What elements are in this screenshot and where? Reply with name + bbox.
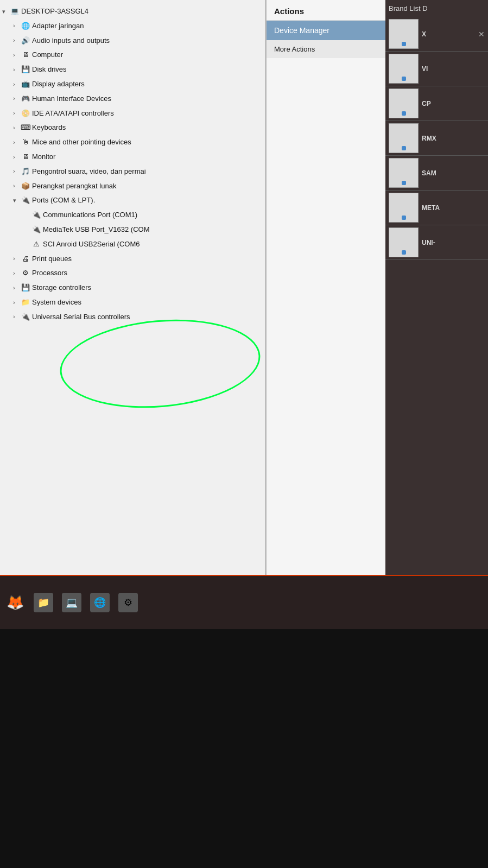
- tree-item-usb[interactable]: ›🔌Universal Serial Bus controllers: [0, 310, 265, 325]
- expand-arrow-ide[interactable]: ›: [13, 109, 21, 118]
- expand-arrow-adapter[interactable]: ›: [13, 21, 21, 31]
- tree-item-mediatek[interactable]: 🔌MediaTek USB Port_V1632 (COM: [0, 223, 265, 237]
- expand-arrow-audio[interactable]: ›: [13, 36, 21, 46]
- item-icon-monitor: 🖥: [21, 151, 30, 162]
- device-manager-action[interactable]: Device Manager: [267, 21, 385, 41]
- brand-thumb-brand-sam: [389, 158, 419, 188]
- item-icon-computer: 🖥: [21, 50, 30, 61]
- expand-arrow-processors[interactable]: ›: [13, 269, 21, 278]
- expand-arrow-root[interactable]: ▾: [2, 7, 10, 17]
- tree-item-system[interactable]: ›📁System devices: [0, 295, 265, 310]
- item-label-mice: Mice and other pointing devices: [32, 137, 131, 148]
- tree-item-adapter[interactable]: ›🌐Adapter jaringan: [0, 19, 265, 34]
- item-icon-pengontrol: 🎵: [21, 166, 30, 177]
- tree-item-sci[interactable]: ⚠SCI Anroid USB2Serial (COM6: [0, 237, 265, 252]
- expand-arrow-ports[interactable]: ▾: [13, 196, 21, 206]
- brand-item-brand-cp[interactable]: CP: [385, 86, 488, 121]
- taskbar: 🦊 📁 💻 🌐 ⚙: [0, 575, 488, 629]
- expand-arrow-mice[interactable]: ›: [13, 138, 21, 148]
- item-label-monitor: Monitor: [32, 151, 55, 163]
- bottom-black-area: [0, 629, 488, 868]
- tree-item-display[interactable]: ›📺Display adapters: [0, 77, 265, 92]
- item-label-pengontrol: Pengontrol suara, video, dan permai: [32, 166, 146, 178]
- item-icon-com1: 🔌: [31, 210, 41, 221]
- item-label-ide: IDE ATA/ATAPI controllers: [32, 108, 114, 119]
- tree-item-keyboards[interactable]: ›⌨Keyboards: [0, 121, 265, 135]
- expand-arrow-system[interactable]: ›: [13, 298, 21, 308]
- tree-item-root[interactable]: ▾💻DESKTOP-3ASSGL4: [0, 4, 265, 19]
- tree-container[interactable]: ▾💻DESKTOP-3ASSGL4›🌐Adapter jaringan›🔊Aud…: [0, 0, 265, 620]
- brand-item-brand-rmx[interactable]: RMX: [385, 121, 488, 156]
- expand-arrow-pengontrol[interactable]: ›: [13, 167, 21, 176]
- item-label-adapter: Adapter jaringan: [32, 21, 84, 32]
- expand-arrow-keyboards[interactable]: ›: [13, 123, 21, 133]
- brand-item-brand-vi[interactable]: VI: [385, 52, 488, 86]
- brand-item-brand-uni[interactable]: UNI-: [385, 225, 488, 260]
- item-label-disk: Disk drives: [32, 64, 67, 75]
- item-label-processors: Processors: [32, 268, 67, 279]
- tree-item-computer[interactable]: ›🖥Computer: [0, 48, 265, 62]
- expand-arrow-display[interactable]: ›: [13, 80, 21, 90]
- tree-item-storage[interactable]: ›💾Storage controllers: [0, 281, 265, 295]
- item-icon-storage: 💾: [21, 283, 30, 294]
- taskbar-folder-icon[interactable]: 📁: [34, 593, 53, 612]
- item-icon-disk: 💾: [21, 65, 30, 75]
- item-label-root: DESKTOP-3ASSGL4: [21, 6, 88, 17]
- tree-item-pengontrol[interactable]: ›🎵Pengontrol suara, video, dan permai: [0, 164, 265, 179]
- item-icon-ide: 📀: [21, 108, 30, 119]
- brand-close-btn-brand-x[interactable]: ✕: [478, 30, 485, 39]
- brand-list-panel: Brand List D X✕VICPRMXSAMMETAUNI-: [385, 0, 488, 630]
- item-icon-printq: 🖨: [21, 254, 30, 264]
- brand-thumb-brand-meta: [389, 193, 419, 223]
- item-label-keyboards: Keyboards: [32, 122, 66, 134]
- brand-item-brand-sam[interactable]: SAM: [385, 156, 488, 191]
- item-icon-sci: ⚠: [31, 239, 41, 250]
- expand-arrow-printq[interactable]: ›: [13, 254, 21, 264]
- brand-name-brand-meta: META: [422, 204, 440, 212]
- brand-name-brand-cp: CP: [422, 100, 431, 107]
- expand-arrow-usb[interactable]: ›: [13, 312, 21, 322]
- tree-item-printq[interactable]: ›🖨Print queues: [0, 252, 265, 267]
- item-icon-usb: 🔌: [21, 312, 30, 322]
- device-tree-panel: ▾💻DESKTOP-3ASSGL4›🌐Adapter jaringan›🔊Aud…: [0, 0, 266, 630]
- item-icon-processors: ⚙: [21, 268, 30, 279]
- taskbar-settings-icon[interactable]: ⚙: [118, 593, 138, 612]
- tree-item-audio[interactable]: ›🔊Audio inputs and outputs: [0, 34, 265, 48]
- tree-item-ide[interactable]: ›📀IDE ATA/ATAPI controllers: [0, 106, 265, 121]
- item-icon-hid: 🎮: [21, 93, 30, 104]
- tree-item-hid[interactable]: ›🎮Human Interface Devices: [0, 92, 265, 106]
- item-label-ports: Ports (COM & LPT).: [32, 195, 95, 206]
- item-icon-keyboards: ⌨: [21, 123, 30, 134]
- brand-item-brand-meta[interactable]: META: [385, 191, 488, 225]
- tree-item-monitor[interactable]: ›🖥Monitor: [0, 150, 265, 164]
- expand-arrow-storage[interactable]: ›: [13, 283, 21, 293]
- tree-item-mice[interactable]: ›🖱Mice and other pointing devices: [0, 135, 265, 150]
- taskbar-network-icon[interactable]: 🌐: [90, 593, 110, 612]
- expand-arrow-monitor[interactable]: ›: [13, 153, 21, 162]
- item-icon-ports: 🔌: [21, 195, 30, 206]
- actions-panel: Actions Device Manager More Actions: [266, 0, 385, 630]
- item-icon-root: 💻: [10, 6, 20, 17]
- expand-arrow-perangkat[interactable]: ›: [13, 181, 21, 191]
- tree-item-processors[interactable]: ›⚙Processors: [0, 266, 265, 281]
- brand-thumb-brand-rmx: [389, 123, 419, 153]
- tree-item-ports[interactable]: ▾🔌Ports (COM & LPT).: [0, 193, 265, 208]
- tree-item-perangkat[interactable]: ›📦Perangkat perangkat lunak: [0, 179, 265, 194]
- expand-arrow-computer[interactable]: ›: [13, 50, 21, 60]
- taskbar-firefox-icon[interactable]: 🦊: [5, 593, 25, 612]
- more-actions-item[interactable]: More Actions: [267, 41, 385, 58]
- tree-item-com1[interactable]: 🔌Communications Port (COM1): [0, 208, 265, 223]
- brand-item-brand-x[interactable]: X✕: [385, 17, 488, 52]
- item-icon-system: 📁: [21, 297, 30, 308]
- expand-arrow-hid[interactable]: ›: [13, 94, 21, 104]
- brand-name-brand-rmx: RMX: [422, 135, 436, 142]
- taskbar-computer-icon[interactable]: 💻: [62, 593, 81, 612]
- brand-list-header: Brand List D: [385, 0, 488, 17]
- expand-arrow-disk[interactable]: ›: [13, 65, 21, 75]
- device-manager-window: ▾💻DESKTOP-3ASSGL4›🌐Adapter jaringan›🔊Aud…: [0, 0, 488, 630]
- brand-name-brand-uni: UNI-: [422, 239, 435, 246]
- item-label-usb: Universal Serial Bus controllers: [32, 312, 130, 323]
- actions-header: Actions: [267, 0, 385, 21]
- tree-item-disk[interactable]: ›💾Disk drives: [0, 62, 265, 77]
- brand-thumb-brand-cp: [389, 88, 419, 118]
